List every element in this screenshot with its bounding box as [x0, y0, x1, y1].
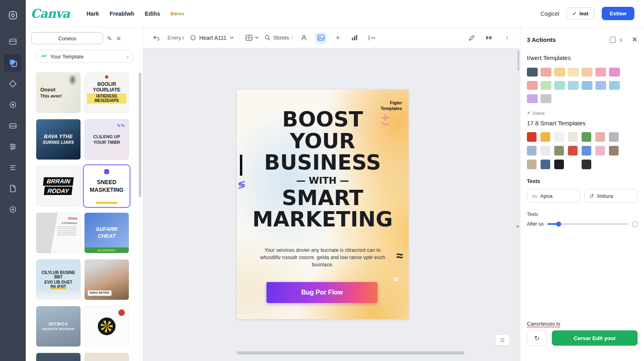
slider-handle[interactable] [556, 222, 561, 226]
color-swatch[interactable] [582, 81, 592, 90]
template-thumbnail[interactable]: KIKO APTES [85, 259, 129, 300]
color-swatch[interactable] [609, 81, 620, 90]
image-tool-icon[interactable] [315, 32, 326, 44]
table-tool[interactable] [246, 35, 259, 41]
horizontal-scrollbar[interactable] [237, 351, 464, 355]
smart-template-thumb[interactable] [609, 132, 619, 142]
color-swatch[interactable] [541, 81, 551, 90]
detod-filter-chip[interactable]: ✕ Detod [527, 110, 638, 116]
apoa-button[interactable]: ▭ Apoa [527, 189, 580, 203]
export-button[interactable]: Extiew [602, 7, 634, 20]
edit-pencil-icon[interactable]: ✎ [107, 35, 112, 41]
template-thumbnail[interactable] [36, 353, 80, 361]
confirm-button[interactable]: Cervar Edlt your [552, 330, 638, 346]
smart-template-thumb[interactable] [541, 146, 550, 156]
color-swatch[interactable] [527, 81, 538, 90]
black-squiggle-decor[interactable]: ≈ [396, 249, 403, 263]
panel-scrollbar[interactable] [139, 73, 141, 197]
color-swatch[interactable] [568, 68, 579, 77]
poster-cta-button[interactable]: Bug Por Flow [266, 282, 378, 303]
menu-item-freablwh[interactable]: Freablwh [109, 10, 134, 17]
template-thumbnail[interactable]: CILYLUB BUSINE BBTEVO IJB DUET BILIENT [36, 259, 80, 300]
share-button[interactable]: ✓ leat [566, 7, 594, 20]
smart-template-thumb[interactable] [609, 146, 619, 156]
color-swatch[interactable] [568, 81, 579, 90]
template-thumbnail[interactable]: BAVA YTHESURING LIARS [36, 119, 80, 160]
color-swatch[interactable] [554, 81, 565, 90]
smart-template-thumb[interactable] [541, 132, 550, 142]
template-thumbnail[interactable]: INTMOXSEISSOX REISSER [36, 306, 80, 346]
stizets-tool[interactable]: Stizets r [264, 35, 293, 41]
template-thumbnail[interactable]: BOOLIR YOURLIATEIATIERESS MESIZEIAPS [85, 73, 129, 113]
fast-forward-icon[interactable] [484, 32, 495, 44]
header-link[interactable]: Cogicel [541, 10, 559, 17]
color-swatch[interactable] [554, 68, 565, 77]
poster-headline[interactable]: BOOST YOUR BUSINESS — WITH — SMART MARKE… [237, 109, 409, 230]
white-squiggle-decor[interactable]: ≈ [393, 274, 398, 284]
template-thumbnail[interactable]: StoraA-RAMaane [36, 213, 80, 253]
smart-template-thumb[interactable] [582, 146, 591, 156]
add-icon[interactable]: + [332, 32, 343, 44]
person-icon[interactable] [298, 32, 310, 44]
sidebar-item-brand[interactable] [4, 96, 22, 114]
flip-dash-icon[interactable] [366, 32, 377, 44]
sidebar-item-tools[interactable] [4, 138, 22, 156]
sidebar-item-elements[interactable] [4, 75, 22, 93]
sidebar-item-design[interactable] [4, 33, 22, 51]
color-swatch[interactable] [541, 68, 551, 77]
sidebar-item-templates[interactable] [4, 54, 22, 72]
color-swatch[interactable] [527, 94, 538, 103]
template-thumbnail[interactable]: SUFARRCHEAT AILEDDINT [85, 213, 129, 253]
template-thumbnail[interactable]: BRRAINRODAY [36, 166, 80, 206]
design-page[interactable]: Figter Templates ≶ BOOST YOUR BUSINESS —… [237, 89, 409, 319]
template-thumbnail[interactable] [85, 306, 129, 346]
close-panel-icon[interactable]: ✕ [632, 35, 638, 44]
panel-collapse-chevron[interactable]: ▸ [517, 223, 519, 229]
smart-template-thumb[interactable] [541, 160, 550, 169]
smart-template-thumb[interactable] [568, 132, 578, 142]
poster-body-text[interactable]: Your services dovier any bucriate is cti… [256, 247, 389, 268]
smart-template-thumb[interactable] [582, 132, 591, 142]
imitura-button[interactable]: ↺ Imitura [584, 189, 638, 203]
app-logo-icon[interactable] [4, 6, 22, 24]
menu-item-hark[interactable]: Hark [87, 10, 99, 17]
canva-logo[interactable]: Canva [31, 6, 70, 21]
clear-search-icon[interactable]: ✕ [116, 35, 122, 41]
your-template-button[interactable]: Your Template › [36, 50, 133, 63]
color-swatch[interactable] [541, 94, 551, 103]
smart-template-thumb[interactable] [595, 146, 605, 156]
search-input[interactable] [31, 32, 103, 44]
template-thumbnail[interactable] [85, 353, 129, 361]
menu-item-edihs[interactable]: Edihs [145, 10, 160, 17]
smart-template-thumb[interactable] [554, 160, 564, 169]
sidebar-item-uploads[interactable] [4, 117, 22, 135]
refresh-button[interactable]: ↻ [527, 330, 547, 346]
pen-icon[interactable] [466, 32, 477, 44]
after-slider[interactable] [547, 223, 628, 225]
smart-template-thumb[interactable] [554, 146, 564, 156]
sidebar-item-text[interactable] [4, 159, 22, 176]
color-swatch[interactable] [595, 68, 606, 77]
menu-badge[interactable]: Bdrov [171, 11, 184, 16]
sidebar-item-apps[interactable] [4, 201, 22, 218]
template-thumbnail[interactable]: OneotThis avee! [36, 73, 80, 113]
toolbar-enery-label[interactable]: Enery r [167, 35, 184, 41]
template-thumbnail[interactable]: ∿∿ CLILENG UPYOUR TMBR [85, 119, 129, 160]
color-swatch[interactable] [595, 81, 606, 90]
grid-view-icon[interactable] [610, 37, 616, 43]
color-swatch[interactable] [527, 68, 538, 77]
vertical-scrollbar[interactable] [518, 51, 519, 71]
smart-template-thumb[interactable] [568, 146, 578, 156]
smart-template-thumb[interactable] [527, 132, 537, 142]
sidebar-item-projects[interactable] [4, 180, 22, 197]
color-swatch[interactable] [609, 68, 620, 77]
smart-template-thumb[interactable] [554, 132, 564, 142]
chart-icon[interactable] [349, 32, 360, 44]
arrow-up-icon[interactable]: ↑ [502, 32, 513, 44]
smart-template-thumb[interactable] [527, 146, 537, 156]
undo-icon[interactable] [151, 32, 162, 44]
font-selector[interactable]: Heart A111 [190, 35, 234, 41]
slider-settings-icon[interactable] [632, 222, 638, 227]
color-swatch[interactable] [582, 68, 592, 77]
smart-template-thumb[interactable] [582, 160, 591, 169]
